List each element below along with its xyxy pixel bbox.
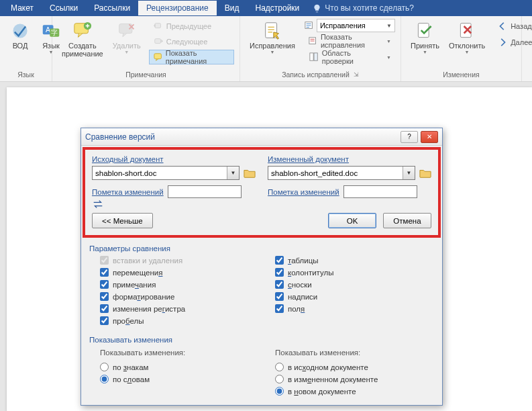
svg-text:A: A	[46, 26, 50, 34]
browse-changed-button[interactable]	[419, 168, 431, 179]
svg-point-0	[13, 24, 27, 38]
tab-layout[interactable]: Макет	[3, 1, 42, 15]
tab-mailings[interactable]: Рассылки	[86, 1, 138, 15]
radio-by-char[interactable]: по знакам	[100, 363, 248, 371]
next-comment-button[interactable]: Следующее	[149, 34, 234, 49]
cancel-button[interactable]: Отмена	[383, 213, 431, 228]
chk-formatting[interactable]: форматирование	[100, 292, 248, 301]
track-changes-button[interactable]: Исправления ▼	[246, 19, 299, 56]
swap-button[interactable]	[92, 198, 431, 213]
dialog-launcher-icon[interactable]: ⇲	[354, 71, 359, 78]
reject-button[interactable]: Отклонить ▼	[445, 19, 489, 56]
track-icon	[262, 20, 283, 42]
show-markup-button[interactable]: Показать исправления ▼	[305, 34, 395, 48]
chk-tables[interactable]: таблицы	[275, 256, 423, 265]
tab-addins[interactable]: Надстройки	[247, 1, 307, 15]
delete-comment-button[interactable]: Удалить ▼	[109, 19, 145, 56]
ribbon-tab-bar: Макет Ссылки Рассылки Рецензирование Вид…	[0, 0, 532, 16]
browse-source-button[interactable]	[244, 168, 256, 179]
display-review-combo[interactable]: Исправления ▼	[317, 19, 395, 32]
next-label: Следующее	[166, 38, 208, 46]
accept-button[interactable]: Принять ▼	[407, 19, 443, 56]
tab-review[interactable]: Рецензирование	[138, 1, 217, 15]
chk-textboxes[interactable]: надписи	[275, 292, 423, 301]
compare-params-title: Параметры сравнения	[89, 244, 442, 253]
accept-label: Принять	[411, 42, 439, 50]
language-group-label: Язык	[5, 69, 46, 80]
ok-button[interactable]: OK	[328, 213, 376, 228]
source-doc-combo[interactable]: ▼	[92, 166, 240, 180]
tell-me-search[interactable]: Что вы хотите сделать?	[313, 3, 414, 13]
radio-in-source[interactable]: в исходном документе	[275, 363, 423, 371]
chk-moves[interactable]: перемещения	[100, 268, 248, 277]
svg-rect-15	[314, 53, 317, 60]
ribbon: ВОД A字 Язык ▼ Язык Создать примечание	[0, 16, 532, 82]
source-mark-input[interactable]	[168, 185, 242, 198]
chk-whitespace[interactable]: пробелы	[100, 316, 248, 325]
markup-icon	[305, 21, 315, 30]
svg-rect-9	[154, 39, 160, 44]
review-pane-label: Область проверки	[322, 49, 384, 65]
new-comment-label: Создать примечание	[62, 42, 103, 58]
chk-inserts: вставки и удаления	[100, 256, 248, 265]
svg-rect-14	[310, 53, 313, 60]
help-icon: ?	[407, 133, 411, 140]
show-comments-button[interactable]: Показать примечания	[149, 50, 234, 64]
track-label: Исправления	[250, 42, 295, 50]
tab-view[interactable]: Вид	[217, 1, 248, 15]
vod-button[interactable]: ВОД	[5, 19, 35, 56]
new-comment-button[interactable]: Создать примечание	[58, 19, 107, 59]
radio-by-word[interactable]: по словам	[100, 375, 248, 383]
show-comments-icon	[154, 52, 163, 62]
svg-rect-10	[154, 54, 162, 59]
changed-doc-label: Измененный документ	[268, 155, 431, 163]
changed-doc-input[interactable]	[268, 167, 403, 179]
show-markup-icon	[309, 36, 318, 46]
chk-fields[interactable]: поля	[275, 304, 423, 313]
show-markup-label: Показать исправления	[321, 33, 384, 49]
vod-icon	[9, 20, 31, 42]
comment-delete-icon	[116, 20, 138, 42]
tell-me-label: Что вы хотите сделать?	[325, 3, 414, 13]
source-doc-input[interactable]	[93, 167, 227, 179]
next-icon	[153, 36, 164, 47]
radio-in-changed[interactable]: в измененном документе	[275, 375, 423, 383]
chk-comments[interactable]: примечания	[100, 280, 248, 289]
help-button[interactable]: ?	[401, 131, 418, 143]
lightbulb-icon	[313, 4, 321, 13]
accept-icon	[414, 20, 435, 42]
close-button[interactable]: ✕	[421, 131, 438, 143]
changed-doc-combo[interactable]: ▼	[268, 166, 415, 180]
review-pane-icon	[309, 52, 319, 62]
tab-references[interactable]: Ссылки	[42, 1, 86, 15]
prev-change-label: Назад	[511, 22, 532, 30]
show-changes-sublabel-right: Показывать изменения:	[275, 349, 423, 357]
display-review-value: Исправления	[320, 21, 366, 30]
compare-versions-dialog: Сравнение версий ? ✕ Исходный документ ▼	[81, 128, 443, 406]
combo-arrow-icon[interactable]: ▼	[227, 167, 239, 179]
changed-mark-input[interactable]	[343, 185, 417, 198]
next-change-button[interactable]: Далее	[493, 35, 532, 50]
prev-comment-button[interactable]: Предыдущее	[149, 19, 234, 34]
radio-in-new[interactable]: в новом документе	[275, 387, 423, 396]
dialog-title: Сравнение версий	[85, 132, 155, 142]
prev-change-button[interactable]: Назад	[493, 19, 532, 34]
combo-arrow-icon[interactable]: ▼	[403, 167, 415, 179]
prev-icon	[153, 21, 164, 32]
reject-label: Отклонить	[449, 42, 485, 50]
chk-footnotes[interactable]: сноски	[275, 280, 423, 289]
changed-mark-label: Пометка изменений	[268, 188, 339, 196]
changes-group-label: Изменения	[407, 69, 516, 80]
back-arrow-icon	[497, 21, 508, 32]
chk-headers[interactable]: колонтитулы	[275, 268, 423, 277]
show-comments-label: Показать примечания	[166, 49, 229, 65]
comments-group-label: Примечания	[58, 69, 234, 80]
review-pane-button[interactable]: Область проверки ▼	[305, 50, 395, 64]
dialog-titlebar[interactable]: Сравнение версий ? ✕	[81, 128, 442, 146]
show-changes-sublabel-left: Показывать изменения:	[100, 349, 248, 357]
less-button[interactable]: << Меньше	[92, 213, 153, 228]
chk-case[interactable]: изменения регистра	[100, 304, 248, 313]
vod-label: ВОД	[13, 42, 28, 50]
tracking-group-label: Запись исправлений ⇲	[246, 69, 395, 80]
highlighted-region: Исходный документ ▼ Пометка изменений И	[83, 147, 441, 238]
